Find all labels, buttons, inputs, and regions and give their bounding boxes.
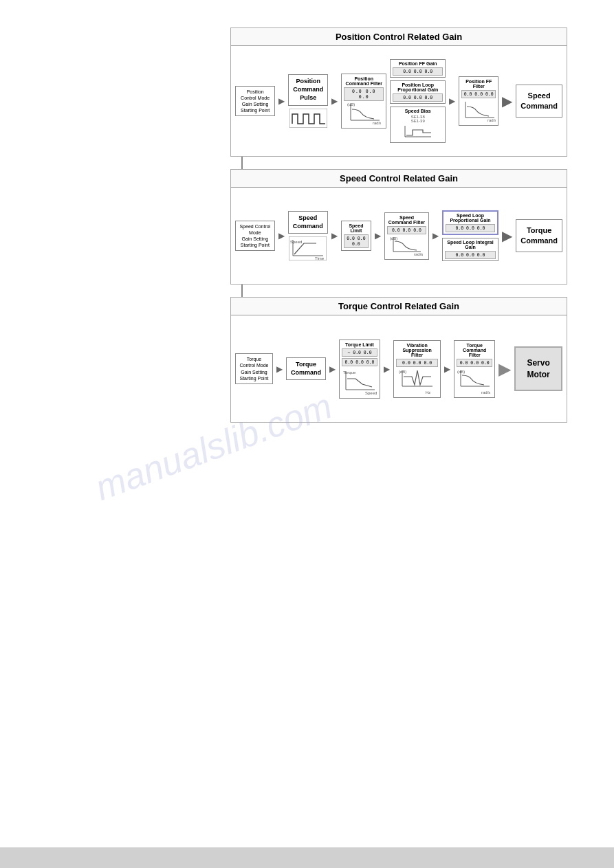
torque-section: Torque Control Related Gain Torque Contr… — [230, 297, 567, 423]
bias-graph — [402, 123, 433, 140]
speed-start-block: Speed Control Mode Gain Setting Starting… — [235, 221, 275, 251]
torque-cmd-output: Torque Command — [516, 219, 562, 253]
torque-limit-led2: 0.0 0.0 0.0 — [342, 358, 377, 366]
speed-ramp-graph: Speed Time — [289, 236, 327, 260]
speed-cmd-output: Speed Command — [516, 85, 562, 118]
torque-section-title: Torque Control Related Gain — [231, 298, 567, 315]
speed-loop-int-block: Speed Loop Integral Gain 0.0 0.0 0.0 — [442, 238, 499, 261]
pos-ff-filter-led: 0.0 0.0 0.0 — [461, 90, 496, 98]
pos-cmd-filter-block: Position Command Filter 0.0 0.0 0.0 (dB)… — [341, 74, 386, 129]
pos-filter-graph: (dB) rad/s — [347, 101, 381, 125]
position-start-block: Position Control Mode Gain Setting Start… — [235, 86, 275, 116]
torque-limit-block: Torque Limit ~ 0.0 0.0 0.0 0.0 0.0 Torqu… — [339, 340, 380, 399]
pulse-wave — [289, 109, 327, 128]
position-section-title: Position Control Related Gain — [231, 28, 567, 46]
speed-cmd-input-block: Speed Command — [288, 211, 328, 234]
pos-ff-filter-graph: rad/s — [461, 98, 496, 122]
arrow-2: ▶ — [331, 96, 338, 106]
pos-ff-filter-block: Position FF Filter 0.0 0.0 0.0 rad/s — [459, 76, 498, 126]
speed-cmd-filter-led: 0.0 0.0 0.0 — [387, 226, 426, 234]
torque-cmd-filter-block: Torque Command Filter 0.0 0.0 0.0 (dB) r… — [454, 340, 495, 398]
torque-start-block: Torque Control Mode Gain Setting Startin… — [235, 353, 273, 383]
torque-cmd-filter-led: 0.0 0.0 0.0 — [457, 359, 492, 367]
torque-cmd-input-block: Torque Command — [286, 357, 326, 380]
speed-limit-led: 0.0 0.0 0.0 — [344, 234, 369, 248]
pos-cmd-block: Position Command Pulse — [288, 74, 328, 105]
speed-cmd-filter-block: Speed Command Filter 0.0 0.0 0.0 (dB) ra… — [384, 212, 429, 260]
speed-loop-prop-led: 0.0 0.0 0.0 — [446, 224, 496, 232]
speed-arrow-1: ▶ — [278, 231, 285, 241]
arrow-3: ▶ — [449, 96, 455, 106]
svg-text:rad/s: rad/s — [414, 252, 423, 256]
page: Position Control Related Gain Position C… — [0, 0, 614, 868]
speed-loop-int-led: 0.0 0.0 0.0 — [445, 251, 496, 259]
torque-speed-graph: Torque Speed — [342, 368, 377, 395]
torque-cmd-filter-graph: (dB) rad/s — [457, 367, 492, 394]
torque-arrow-4: ▶ — [444, 364, 450, 374]
svg-text:(dB): (dB) — [347, 102, 355, 107]
svg-text:Speed: Speed — [290, 240, 302, 244]
pos-loop-gain-led: 0.0 0.0 0.0 — [393, 93, 443, 102]
position-section: Position Control Related Gain Position C… — [230, 27, 567, 157]
speed-filter-graph: (dB) rad/s — [389, 234, 424, 256]
svg-text:Time: Time — [315, 256, 325, 260]
speed-arrow-5-large: ▶ — [502, 227, 512, 244]
torque-arrow-2: ▶ — [329, 364, 336, 374]
svg-text:rad/s: rad/s — [373, 121, 381, 125]
vibration-filter-led: 0.0 0.0 0.0 — [396, 359, 438, 367]
svg-text:(dB): (dB) — [390, 236, 397, 241]
vibration-filter-graph: (dB) Hz — [398, 367, 436, 394]
vibration-filter-block: Vibration Suppression Filter 0.0 0.0 0.0… — [393, 340, 441, 398]
speed-section: Speed Control Related Gain Speed Control… — [230, 169, 567, 285]
diagram-container: Position Control Related Gain Position C… — [14, 14, 600, 423]
svg-text:(dB): (dB) — [457, 370, 465, 374]
speed-section-title: Speed Control Related Gain — [231, 170, 567, 188]
speed-loop-prop-block: Speed Loop Proportional Gain 0.0 0.0 0.0 — [442, 210, 499, 235]
v-conn-2 — [230, 285, 567, 297]
pos-middle-col: Position FF Gain 0.0 0.0 0.0 Position Lo… — [390, 59, 446, 143]
servo-motor-block: Servo Motor — [514, 346, 562, 392]
pos-ff-gain-led: 0.0 0.0 0.0 — [393, 67, 443, 76]
svg-text:(dB): (dB) — [399, 370, 406, 374]
speed-arrow-3: ▶ — [375, 231, 381, 241]
pos-filter-led: 0.0 0.0 0.0 — [344, 87, 384, 101]
pos-cmd-group: Position Command Pulse — [288, 74, 328, 127]
torque-arrow-1: ▶ — [276, 364, 283, 374]
torque-arrow-5-large: ▶ — [498, 359, 511, 379]
speed-arrow-4: ▶ — [432, 231, 439, 241]
pos-ff-gain-block: Position FF Gain 0.0 0.0 0.0 — [390, 59, 446, 78]
svg-text:Torque: Torque — [343, 370, 356, 375]
speed-loop-col: Speed Loop Proportional Gain 0.0 0.0 0.0… — [442, 210, 499, 261]
torque-arrow-3: ▶ — [384, 364, 390, 374]
arrow-4-large: ▶ — [502, 93, 512, 109]
svg-text:Hz: Hz — [426, 390, 430, 394]
svg-text:Speed: Speed — [365, 391, 377, 395]
speed-bias-block: Speed Bias SE1-38 SE1-39 — [390, 107, 446, 143]
bottom-bar — [0, 847, 614, 868]
svg-text:rad/s: rad/s — [487, 118, 496, 122]
arrow-1: ▶ — [278, 96, 285, 106]
v-conn-1 — [230, 157, 567, 169]
svg-text:rad/s: rad/s — [481, 390, 490, 394]
speed-cmd-group: Speed Command Speed Time — [288, 211, 328, 260]
speed-arrow-2: ▶ — [331, 231, 338, 241]
speed-limit-block: Speed Limit 0.0 0.0 0.0 — [341, 221, 371, 251]
torque-limit-led1: ~ 0.0 0.0 — [342, 348, 377, 357]
pos-loop-gain-block: Position Loop Proportional Gain 0.0 0.0 … — [390, 80, 446, 104]
